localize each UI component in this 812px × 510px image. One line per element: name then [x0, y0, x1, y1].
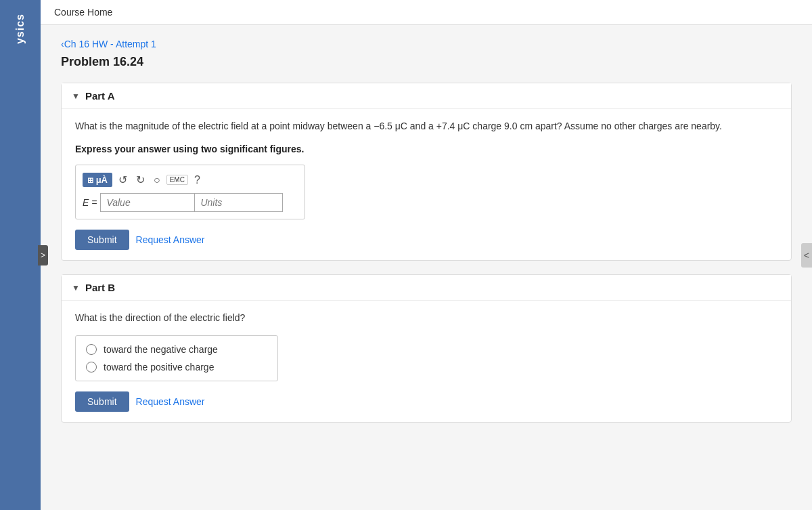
- help-icon[interactable]: ?: [191, 173, 203, 188]
- part-b-option-1-label: toward the negative charge: [104, 344, 218, 355]
- part-b-radio-1[interactable]: [86, 344, 97, 355]
- undo-icon[interactable]: ↺: [116, 172, 130, 188]
- sidebar-title: ysics: [14, 14, 26, 44]
- part-b-radio-2[interactable]: [86, 362, 97, 373]
- part-a-input-row: E =: [83, 193, 298, 212]
- part-b-panel: ▼ Part B What is the direction of the el…: [61, 274, 792, 423]
- part-a-arrow-icon: ▼: [72, 91, 80, 101]
- part-a-title: Part A: [85, 90, 115, 102]
- part-b-body: What is the direction of the electric fi…: [62, 301, 791, 422]
- emc-button[interactable]: EMC: [166, 175, 188, 185]
- part-a-body: What is the magnitude of the electric fi…: [62, 109, 791, 260]
- part-b-header[interactable]: ▼ Part B: [62, 275, 791, 301]
- part-b-arrow-icon: ▼: [72, 283, 80, 293]
- part-b-question: What is the direction of the electric fi…: [75, 311, 777, 325]
- mu-button[interactable]: ⊞ μÀ: [83, 173, 112, 187]
- grid-icon: ⊞: [87, 176, 93, 184]
- content-area: ‹Ch 16 HW - Attempt 1 Problem 16.24 ▼ Pa…: [41, 25, 812, 510]
- part-b-submit-button[interactable]: Submit: [75, 391, 129, 412]
- part-a-value-input[interactable]: [100, 193, 195, 212]
- part-a-input-label: E =: [83, 197, 97, 208]
- part-a-units-input[interactable]: [195, 193, 283, 212]
- part-a-header[interactable]: ▼ Part A: [62, 83, 791, 109]
- main-content: Course Home ‹Ch 16 HW - Attempt 1 Proble…: [41, 0, 812, 510]
- part-a-submit-button[interactable]: Submit: [75, 230, 129, 250]
- problem-title: Problem 16.24: [61, 55, 792, 69]
- part-a-panel: ▼ Part A What is the magnitude of the el…: [61, 83, 792, 261]
- part-b-request-answer-link[interactable]: Request Answer: [136, 396, 205, 407]
- mu-label: μÀ: [96, 175, 108, 185]
- refresh-icon[interactable]: ○: [151, 173, 163, 188]
- part-a-actions: Submit Request Answer: [75, 230, 777, 250]
- part-a-request-answer-link[interactable]: Request Answer: [136, 234, 205, 245]
- part-a-instruction: Express your answer using two significan…: [75, 144, 777, 154]
- part-b-option-2-label: toward the positive charge: [104, 362, 214, 373]
- part-b-option-2[interactable]: toward the positive charge: [86, 362, 267, 373]
- sidebar: ysics: [0, 0, 41, 510]
- chapter-link[interactable]: ‹Ch 16 HW - Attempt 1: [61, 39, 156, 49]
- part-a-toolbar: ⊞ μÀ ↺ ↻ ○ EMC ?: [83, 172, 298, 188]
- part-b-option-1[interactable]: toward the negative charge: [86, 344, 267, 355]
- part-b-title: Part B: [85, 282, 115, 293]
- top-nav: Course Home: [41, 0, 812, 25]
- part-a-question: What is the magnitude of the electric fi…: [75, 119, 777, 133]
- course-home-link[interactable]: Course Home: [54, 7, 112, 18]
- right-panel-toggle-button[interactable]: <: [801, 243, 812, 268]
- part-b-actions: Submit Request Answer: [75, 391, 777, 412]
- part-a-answer-box: ⊞ μÀ ↺ ↻ ○ EMC ? E =: [75, 165, 305, 219]
- part-b-options-box: toward the negative charge toward the po…: [75, 335, 278, 381]
- redo-icon[interactable]: ↻: [133, 172, 148, 188]
- sidebar-expand-button[interactable]: >: [38, 245, 48, 265]
